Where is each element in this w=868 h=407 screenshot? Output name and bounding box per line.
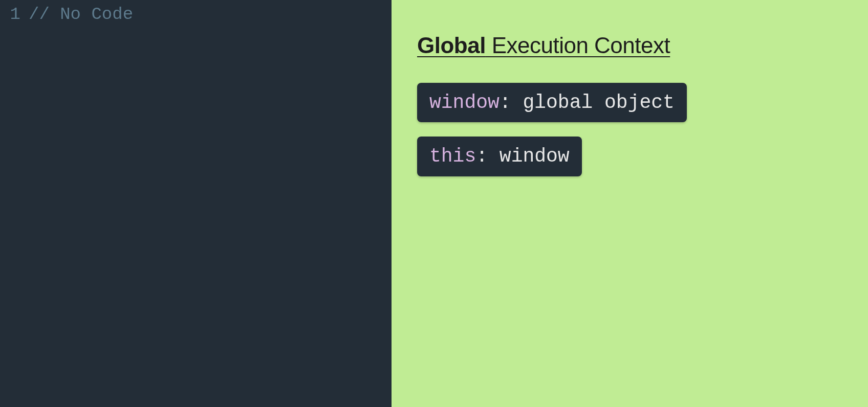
line-number: 1 <box>0 4 29 25</box>
binding-window: window: global object <box>417 83 687 122</box>
line-content: // No Code <box>29 4 133 25</box>
context-title-rest: Execution Context <box>486 33 670 58</box>
binding-value: window <box>500 145 570 167</box>
execution-context-pane: Global Execution Context window: global … <box>392 0 868 407</box>
context-title-bold: Global <box>417 33 486 58</box>
binding-this: this: window <box>417 137 582 176</box>
binding-key: this <box>429 145 476 167</box>
binding-colon: : <box>500 92 523 114</box>
code-editor-pane: 1 // No Code <box>0 0 392 407</box>
binding-value: global object <box>523 92 674 114</box>
bindings-list: window: global object this: window <box>417 83 842 191</box>
binding-colon: : <box>476 145 500 167</box>
code-line: 1 // No Code <box>0 4 392 25</box>
binding-key: window <box>429 92 500 114</box>
context-title: Global Execution Context <box>417 33 842 58</box>
